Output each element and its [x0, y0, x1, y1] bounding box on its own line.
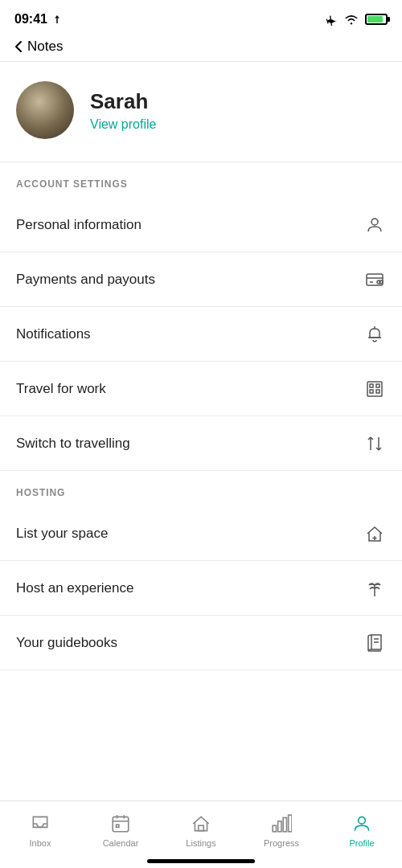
book-icon	[363, 632, 386, 654]
menu-item-payments[interactable]: Payments and payouts	[0, 252, 402, 307]
bell-icon	[363, 323, 386, 346]
menu-item-label: Notifications	[16, 326, 91, 342]
avatar	[16, 81, 74, 139]
back-nav[interactable]: Notes	[0, 35, 402, 61]
tab-profile[interactable]: Profile	[322, 801, 402, 852]
tab-calendar[interactable]: Calendar	[80, 801, 161, 852]
home-indicator	[147, 859, 255, 863]
menu-item-personal-info[interactable]: Personal information	[0, 198, 402, 252]
tab-calendar-label: Calendar	[103, 838, 139, 848]
menu-item-switch-travelling[interactable]: Switch to travelling	[0, 416, 402, 471]
svg-rect-10	[376, 384, 379, 387]
airplane-icon	[325, 13, 338, 26]
status-bar: 09:41	[0, 0, 402, 35]
status-time: 09:41	[14, 12, 62, 27]
view-profile-link[interactable]: View profile	[90, 117, 156, 132]
profile-header[interactable]: Sarah View profile	[0, 62, 402, 162]
tab-progress[interactable]: Progress	[241, 801, 322, 852]
menu-item-label: Travel for work	[16, 381, 106, 397]
person-icon	[363, 214, 386, 236]
menu-item-label: Personal information	[16, 217, 142, 233]
menu-item-guidebooks[interactable]: Your guidebooks	[0, 616, 402, 670]
svg-rect-28	[289, 815, 292, 832]
menu-item-label: Payments and payouts	[16, 272, 155, 288]
menu-item-label: Switch to travelling	[16, 436, 130, 452]
hosting-section-label: HOSTING	[0, 471, 402, 506]
listings-icon	[191, 813, 211, 834]
building-icon	[363, 378, 386, 400]
menu-item-label: Host an experience	[16, 580, 133, 596]
svg-rect-25	[273, 825, 276, 832]
tab-inbox[interactable]: Inbox	[0, 801, 80, 852]
svg-point-6	[379, 280, 383, 284]
svg-rect-27	[283, 817, 286, 831]
profile-name: Sarah	[90, 89, 156, 114]
tab-progress-label: Progress	[264, 838, 299, 848]
svg-point-29	[359, 817, 366, 824]
calendar-icon	[110, 813, 131, 834]
menu-item-label: Your guidebooks	[16, 635, 117, 651]
profile-info: Sarah View profile	[90, 89, 156, 132]
payment-icon	[363, 268, 386, 291]
svg-rect-11	[370, 390, 373, 393]
wifi-icon	[344, 14, 359, 25]
menu-item-notifications[interactable]: Notifications	[0, 307, 402, 362]
svg-rect-19	[113, 817, 129, 831]
menu-item-list-space[interactable]: List your space	[0, 506, 402, 561]
status-icons	[325, 13, 388, 26]
battery-icon	[365, 14, 388, 25]
menu-item-host-experience[interactable]: Host an experience	[0, 561, 402, 616]
house-plus-icon	[363, 522, 386, 545]
tab-listings-label: Listings	[186, 838, 215, 848]
progress-icon	[271, 813, 292, 834]
switch-icon	[363, 432, 386, 455]
tab-inbox-label: Inbox	[30, 838, 51, 848]
back-nav-text: Notes	[14, 39, 63, 55]
menu-item-label: List your space	[16, 526, 108, 542]
tab-bar: Inbox Calendar Listings Progress	[0, 800, 402, 868]
tab-profile-label: Profile	[349, 838, 374, 848]
svg-point-1	[371, 219, 378, 225]
svg-rect-24	[199, 825, 204, 831]
svg-rect-9	[370, 384, 373, 387]
svg-rect-23	[117, 825, 119, 827]
tab-listings[interactable]: Listings	[161, 801, 241, 852]
back-arrow-icon	[14, 40, 23, 53]
account-settings-label: ACCOUNT SETTINGS	[0, 162, 402, 198]
svg-rect-12	[376, 390, 379, 393]
menu-item-travel-work[interactable]: Travel for work	[0, 362, 402, 416]
svg-rect-26	[278, 821, 281, 832]
palm-tree-icon	[363, 577, 386, 600]
profile-tab-icon	[351, 813, 372, 834]
inbox-icon	[30, 813, 51, 834]
